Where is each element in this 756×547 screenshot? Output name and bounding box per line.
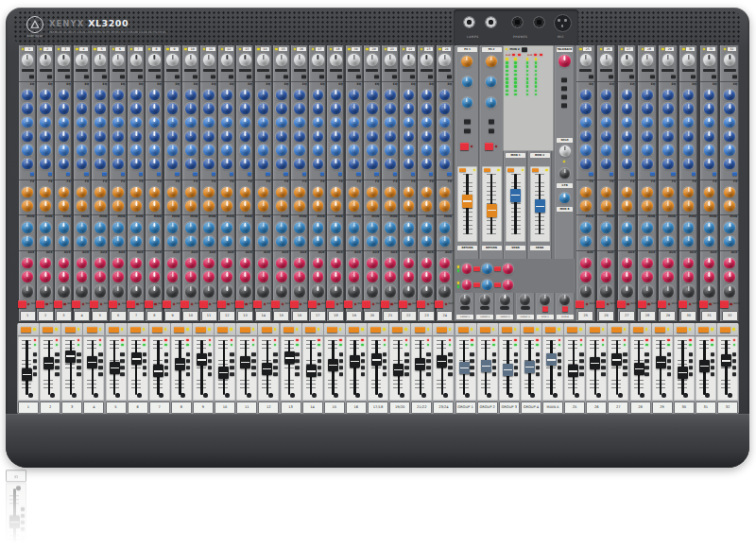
eq-switch-button[interactable] [84,172,89,176]
routing-button-2[interactable] [383,359,387,363]
aux-send-knob-2[interactable] [203,271,215,282]
routing-button-4[interactable] [273,372,278,376]
gain-knob[interactable] [312,54,324,66]
aux-send-knob-1[interactable] [276,258,287,269]
gain-knob[interactable] [600,54,612,66]
eq-knob-2[interactable] [94,103,106,114]
eq-knob-1[interactable] [94,90,106,101]
aux-send-knob-2[interactable] [94,271,106,282]
master-fader-cap[interactable] [462,195,472,208]
fx-route-button-2[interactable] [464,128,471,133]
eq-knob-4[interactable] [149,131,161,143]
mon-send-knob-2[interactable] [580,236,592,248]
eq-knob-5[interactable] [240,145,251,156]
routing-button-3[interactable] [120,366,125,369]
fader-cap[interactable] [503,364,513,376]
aux-send-knob-1[interactable] [439,258,451,269]
low-cut-button[interactable] [301,75,306,78]
aux-send-knob-2[interactable] [724,271,735,282]
aux-send-knob-1[interactable] [724,258,735,269]
eq-knob-3[interactable] [439,117,451,128]
solo-button[interactable] [65,327,76,333]
pan-knob[interactable] [203,285,215,298]
pfl-button[interactable] [247,393,251,398]
mute-button[interactable] [344,300,352,309]
eq-knob-4[interactable] [203,131,215,143]
gain-knob[interactable] [76,54,88,66]
routing-button-3[interactable] [689,366,694,369]
aux-send-knob-1[interactable] [642,258,653,269]
mon-send-knob-1[interactable] [77,222,88,233]
aux-master-knob[interactable] [462,264,472,274]
fx-send-knob-2[interactable] [22,200,33,212]
routing-button-3[interactable] [514,366,519,369]
eq-knob-5[interactable] [385,145,396,156]
routing-button-2[interactable] [732,359,737,363]
eq-knob-2[interactable] [258,103,269,114]
pfl-button[interactable] [159,393,163,398]
aux-send-knob-2[interactable] [167,271,179,282]
talkback-assign-button-4[interactable] [561,103,567,108]
eq-knob-1[interactable] [622,90,633,101]
pan-knob[interactable] [148,285,161,298]
routing-button-3[interactable] [186,366,191,369]
fader-cap[interactable] [611,353,622,366]
mute-button[interactable] [679,300,687,309]
fx-send-knob-1[interactable] [367,187,378,198]
eq-knob-4[interactable] [258,131,269,143]
fx-send-knob-1[interactable] [94,187,106,198]
eq-knob-2[interactable] [601,103,612,114]
mon-send-knob-2[interactable] [313,236,324,248]
aux-master-knob[interactable] [462,280,472,290]
aux-send-knob-1[interactable] [59,258,70,269]
fx-send-knob-2[interactable] [294,200,305,212]
fx-route-button-1[interactable] [464,119,471,124]
mon-send-knob-1[interactable] [167,222,179,233]
master-solo-button[interactable] [532,168,539,172]
mon-send-knob-1[interactable] [439,222,451,233]
eq-knob-6[interactable] [258,159,269,170]
gain-knob[interactable] [662,54,675,66]
master-fader-cap[interactable] [535,199,545,213]
mon-send-knob-2[interactable] [276,236,287,248]
group-switch-button[interactable] [500,306,509,310]
routing-button-4[interactable] [186,372,191,376]
eq-knob-5[interactable] [112,145,124,156]
routing-button-2[interactable] [514,359,519,363]
pan-knob[interactable] [348,285,360,298]
eq-knob-5[interactable] [367,145,378,156]
mute-button[interactable] [18,300,26,309]
routing-button-1[interactable] [273,352,278,356]
eq-switch-button[interactable] [175,172,180,176]
aux-send-knob-1[interactable] [185,258,197,269]
routing-button-2[interactable] [143,359,147,363]
pfl-button[interactable] [378,393,383,398]
low-cut-button[interactable] [650,75,655,78]
fader-cap[interactable] [110,362,120,374]
solo-button[interactable] [655,327,665,333]
eq-knob-2[interactable] [221,103,232,114]
gain-knob[interactable] [682,54,695,66]
low-cut-button[interactable] [266,75,270,78]
routing-button-3[interactable] [339,366,344,369]
routing-button-1[interactable] [558,352,562,356]
solo-button[interactable] [545,327,556,333]
low-cut-button[interactable] [447,75,452,78]
mute-button[interactable] [36,300,44,309]
mute-button[interactable] [720,300,729,309]
mon-send-knob-2[interactable] [622,236,633,248]
solo-button[interactable] [633,327,644,333]
fader-cap[interactable] [721,354,731,367]
pfl-button[interactable] [596,393,601,398]
solo-button[interactable] [217,327,228,333]
low-cut-button[interactable] [211,75,215,78]
mute-button[interactable] [658,300,666,309]
eq-knob-1[interactable] [580,90,592,101]
eq-knob-2[interactable] [149,103,161,114]
pan-knob[interactable] [385,285,397,298]
eq-knob-3[interactable] [662,117,674,128]
routing-button-4[interactable] [492,372,497,376]
mute-button[interactable] [253,300,262,309]
pfl-button[interactable] [290,393,295,398]
routing-button-1[interactable] [98,352,103,356]
